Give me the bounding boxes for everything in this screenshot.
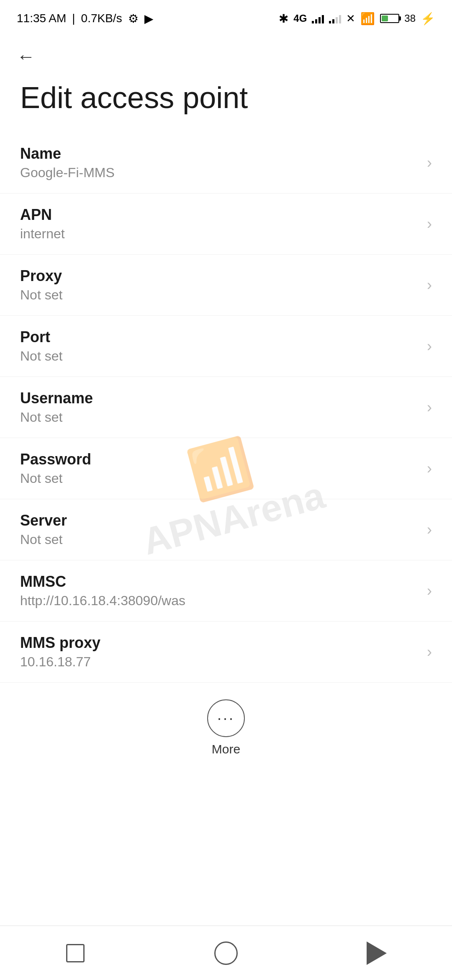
settings-item-value: Not set: [20, 532, 419, 547]
settings-item-value: Not set: [20, 348, 419, 364]
settings-item-content: Username Not set: [20, 389, 419, 425]
speed-text: |: [72, 12, 75, 25]
settings-item-value: Google-Fi-MMS: [20, 165, 419, 181]
settings-item-label: APN: [20, 206, 419, 224]
settings-item-apn[interactable]: APN internet ›: [0, 193, 452, 255]
settings-item-content: Proxy Not set: [20, 267, 419, 303]
data-speed: 0.7KB/s: [81, 12, 122, 25]
settings-item-password[interactable]: Password Not set ›: [0, 438, 452, 499]
chevron-right-icon: ›: [427, 338, 432, 355]
chevron-right-icon: ›: [427, 215, 432, 233]
settings-item-content: APN internet: [20, 206, 419, 242]
status-bar: 11:35 AM | 0.7KB/s ⚙ ▶ ✱ 4G ✕ 📶 38 ⚡: [0, 0, 452, 34]
back-triangle-icon: [367, 941, 387, 965]
settings-item-label: MMSC: [20, 573, 419, 591]
settings-item-mms-proxy[interactable]: MMS proxy 10.16.18.77 ›: [0, 622, 452, 683]
settings-item-value: internet: [20, 226, 419, 242]
time-text: 11:35 AM: [17, 12, 66, 25]
settings-item-name[interactable]: Name Google-Fi-MMS ›: [0, 132, 452, 193]
settings-item-label: Server: [20, 512, 419, 529]
home-icon: [214, 941, 238, 965]
settings-icon: ⚙: [128, 12, 139, 26]
back-nav-button[interactable]: [335, 936, 419, 970]
settings-item-label: MMS proxy: [20, 634, 419, 652]
content-area: Name Google-Fi-MMS › APN internet › Prox…: [0, 132, 452, 853]
settings-item-proxy[interactable]: Proxy Not set ›: [0, 255, 452, 316]
page-title-area: Edit access point: [0, 71, 452, 132]
back-button[interactable]: ←: [17, 46, 35, 67]
settings-item-content: MMSC http://10.16.18.4:38090/was: [20, 573, 419, 609]
battery-icon: [380, 14, 399, 23]
bluetooth-icon: ✱: [279, 12, 288, 26]
chevron-right-icon: ›: [427, 399, 432, 416]
chevron-right-icon: ›: [427, 154, 432, 172]
recents-button[interactable]: [33, 936, 117, 970]
settings-item-label: Proxy: [20, 267, 419, 285]
wifi-icon: 📶: [360, 12, 375, 26]
settings-item-content: Port Not set: [20, 328, 419, 364]
settings-item-value: Not set: [20, 287, 419, 303]
status-left: 11:35 AM | 0.7KB/s ⚙ ▶: [17, 12, 154, 26]
chevron-right-icon: ›: [427, 582, 432, 600]
more-dots-icon: ···: [217, 709, 235, 727]
more-button-area[interactable]: ··· More: [0, 683, 452, 769]
settings-item-server[interactable]: Server Not set ›: [0, 499, 452, 560]
chevron-right-icon: ›: [427, 521, 432, 539]
home-button[interactable]: [184, 936, 268, 970]
settings-item-value: 10.16.18.77: [20, 654, 419, 670]
settings-item-content: Password Not set: [20, 451, 419, 486]
bolt-icon: ⚡: [421, 12, 435, 26]
page-title: Edit access point: [20, 80, 432, 116]
signal-bars-1: [312, 13, 324, 23]
status-right: ✱ 4G ✕ 📶 38 ⚡: [279, 12, 435, 26]
settings-item-port[interactable]: Port Not set ›: [0, 316, 452, 377]
more-label: More: [212, 742, 240, 756]
square-icon: [66, 944, 85, 962]
network-4g-icon: 4G: [293, 13, 307, 24]
more-circle[interactable]: ···: [207, 699, 245, 737]
chevron-right-icon: ›: [427, 643, 432, 661]
signal-cross-icon: ✕: [346, 12, 355, 25]
settings-item-value: http://10.16.18.4:38090/was: [20, 593, 419, 609]
settings-item-label: Port: [20, 328, 419, 346]
settings-item-username[interactable]: Username Not set ›: [0, 377, 452, 438]
settings-list: Name Google-Fi-MMS › APN internet › Prox…: [0, 132, 452, 683]
camera-icon: ▶: [144, 12, 154, 26]
settings-item-value: Not set: [20, 410, 419, 425]
settings-item-label: Password: [20, 451, 419, 468]
settings-item-label: Name: [20, 145, 419, 162]
top-nav: ←: [0, 34, 452, 71]
settings-item-content: Server Not set: [20, 512, 419, 547]
signal-bars-2: [329, 13, 341, 23]
chevron-right-icon: ›: [427, 460, 432, 477]
chevron-right-icon: ›: [427, 276, 432, 294]
settings-item-content: MMS proxy 10.16.18.77: [20, 634, 419, 670]
settings-item-value: Not set: [20, 471, 419, 486]
bottom-nav: [0, 926, 452, 980]
settings-item-content: Name Google-Fi-MMS: [20, 145, 419, 181]
settings-item-mmsc[interactable]: MMSC http://10.16.18.4:38090/was ›: [0, 560, 452, 622]
battery-percent: 38: [404, 13, 416, 24]
settings-item-label: Username: [20, 389, 419, 407]
